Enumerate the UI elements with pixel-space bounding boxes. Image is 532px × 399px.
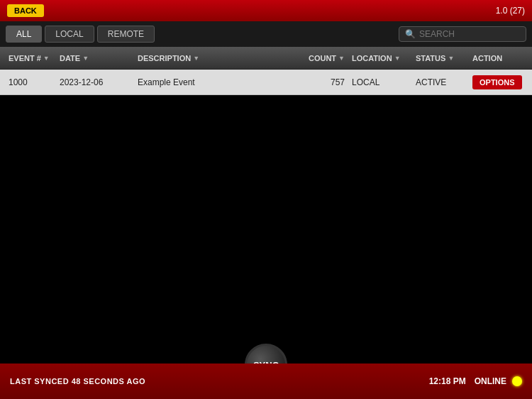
sort-arrow-status: ▼ <box>448 55 454 62</box>
search-container: 🔍 <box>399 26 526 42</box>
back-button[interactable]: BACK <box>7 4 44 17</box>
search-icon: 🔍 <box>405 29 416 39</box>
search-input[interactable] <box>419 29 519 39</box>
cell-status: ACTIVE <box>416 77 472 87</box>
cell-description: Example Event <box>138 77 295 87</box>
cell-count: 757 <box>295 77 352 87</box>
table-header: EVENT # ▼ DATE ▼ DESCRIPTION ▼ COUNT ▼ L… <box>0 47 532 70</box>
filter-remote-button[interactable]: REMOTE <box>97 26 155 43</box>
sort-arrow-desc: ▼ <box>193 55 199 62</box>
cell-date: 2023-12-06 <box>60 77 138 87</box>
col-header-description[interactable]: DESCRIPTION ▼ <box>138 54 295 62</box>
col-header-status[interactable]: STATUS ▼ <box>416 54 472 62</box>
sort-arrow-event: ▼ <box>43 55 50 62</box>
sort-arrow-location: ▼ <box>394 55 401 62</box>
cell-location: LOCAL <box>352 77 416 87</box>
col-header-action: ACTION <box>472 54 529 62</box>
online-indicator <box>512 376 522 386</box>
filter-bar: ALL LOCAL REMOTE 🔍 <box>0 21 532 47</box>
cell-event-num: 1000 <box>3 77 60 87</box>
sort-arrow-count: ▼ <box>338 55 345 62</box>
bottom-bar: LAST SYNCED 48 SECONDS AGO 12:18 PM ONLI… <box>0 364 532 399</box>
col-header-location[interactable]: LOCATION ▼ <box>352 54 416 62</box>
cell-action: OPTIONS <box>472 75 529 89</box>
table-row: 1000 2023-12-06 Example Event 757 LOCAL … <box>0 70 532 95</box>
version-label: 1.0 (27) <box>496 6 525 16</box>
last-synced-label: LAST SYNCED 48 SECONDS AGO <box>10 377 145 386</box>
table-body: 1000 2023-12-06 Example Event 757 LOCAL … <box>0 70 532 95</box>
col-header-count[interactable]: COUNT ▼ <box>295 54 352 62</box>
online-label: ONLINE <box>475 376 506 386</box>
top-bar: BACK 1.0 (27) <box>0 0 532 21</box>
col-header-date[interactable]: DATE ▼ <box>60 54 138 62</box>
options-button[interactable]: OPTIONS <box>472 75 522 89</box>
sort-arrow-date: ▼ <box>82 55 89 62</box>
time-label: 12:18 PM <box>429 376 466 386</box>
filter-all-button[interactable]: ALL <box>6 26 42 43</box>
filter-local-button[interactable]: LOCAL <box>45 26 94 43</box>
col-header-event[interactable]: EVENT # ▼ <box>3 54 60 62</box>
